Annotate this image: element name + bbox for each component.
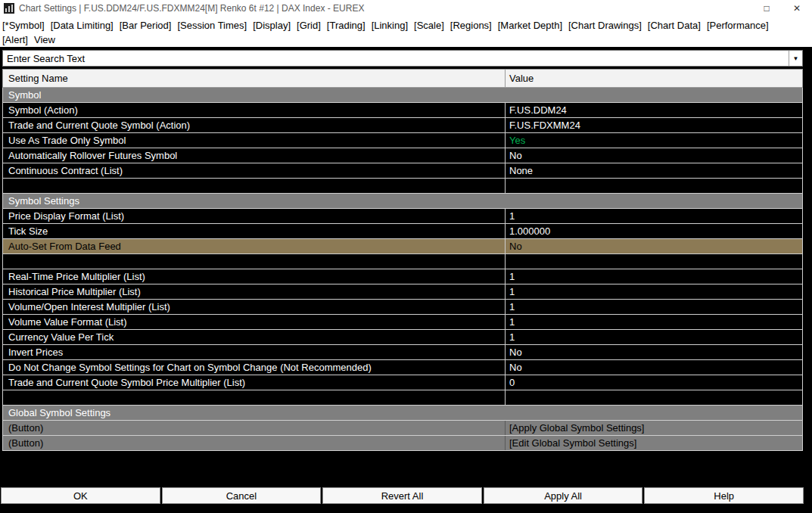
setting-value-cell: Yes <box>506 133 802 148</box>
value-header: Value <box>506 73 802 84</box>
setting-value-cell: 1.000000 <box>506 224 802 238</box>
setting-value-cell: 1 <box>506 209 802 223</box>
setting-value-cell: F.US.DDM24 <box>506 103 802 117</box>
setting-row-use-as-trade-only-symbol[interactable]: Use As Trade Only SymbolYes <box>3 133 802 148</box>
setting-value-cell <box>506 254 802 269</box>
dialog-footer: OKCancelRevert AllApply AllHelp <box>1 487 804 504</box>
setting-name-cell: Trade and Current Quote Symbol (Action) <box>3 118 506 132</box>
setting-value-cell: 1 <box>506 284 802 299</box>
section-header-symbol-settings: Symbol Settings <box>3 194 802 209</box>
title-bar: Chart Settings | F.US.DDM24/F.US.FDXMM24… <box>0 0 812 17</box>
button-row-edit-global-symbol-settings[interactable]: (Button)[Edit Global Symbol Settings] <box>3 436 802 451</box>
section-header-global-symbol-settings: Global Symbol Settings <box>3 406 802 421</box>
section-header-symbol: Symbol <box>3 88 802 103</box>
ok-button[interactable]: OK <box>1 487 160 504</box>
menu-item-symbol[interactable]: [*Symbol] <box>2 20 45 31</box>
spacer-row <box>3 390 802 406</box>
menu-item-scale[interactable]: [Scale] <box>414 20 444 31</box>
setting-name-cell <box>3 254 506 269</box>
setting-row-volume-value-format-list[interactable]: Volume Value Format (List)1 <box>3 315 802 330</box>
setting-name-cell: Real-Time Price Multiplier (List) <box>3 269 506 284</box>
menu-row-1: [*Symbol][Data Limiting][Bar Period][Ses… <box>2 18 812 33</box>
grid-header: Setting Name Value <box>2 69 803 88</box>
setting-row-historical-price-multiplier-list[interactable]: Historical Price Multiplier (List)1 <box>3 284 802 300</box>
menu-item-chart-drawings[interactable]: [Chart Drawings] <box>568 20 642 31</box>
menu-item-grid[interactable]: [Grid] <box>297 20 321 31</box>
revert-all-button[interactable]: Revert All <box>322 487 482 504</box>
setting-value-cell <box>506 179 802 193</box>
setting-row-symbol-action[interactable]: Symbol (Action)F.US.DDM24 <box>3 103 802 118</box>
setting-name-cell <box>3 390 506 405</box>
help-button[interactable]: Help <box>644 487 804 504</box>
setting-value-cell <box>506 194 802 208</box>
setting-value-cell: [Apply Global Symbol Settings] <box>506 421 802 435</box>
setting-name-cell: Do Not Change Symbol Settings for Chart … <box>3 360 506 375</box>
dropdown-arrow-icon[interactable]: ▼ <box>789 51 802 66</box>
setting-row-trade-and-current-quote-symbol-action[interactable]: Trade and Current Quote Symbol (Action)F… <box>3 118 802 133</box>
setting-row-continuous-contract-list[interactable]: Continuous Contract (List)None <box>3 163 802 179</box>
menu-item-data-limiting[interactable]: [Data Limiting] <box>51 20 114 31</box>
setting-value-cell: [Edit Global Symbol Settings] <box>506 436 802 450</box>
setting-row-real-time-price-multiplier-list[interactable]: Real-Time Price Multiplier (List)1 <box>3 269 802 284</box>
menu-item-regions[interactable]: [Regions] <box>450 20 492 31</box>
setting-name-cell: Trade and Current Quote Symbol Price Mul… <box>3 375 506 390</box>
setting-value-cell: F.US.FDXMM24 <box>506 118 802 132</box>
setting-name-cell: Symbol (Action) <box>3 103 506 117</box>
menu-item-trading[interactable]: [Trading] <box>327 20 366 31</box>
setting-name-cell: Historical Price Multiplier (List) <box>3 284 506 299</box>
menu-bar: [*Symbol][Data Limiting][Bar Period][Ses… <box>0 17 812 47</box>
setting-name-cell: Global Symbol Settings <box>3 406 506 420</box>
setting-value-cell: 1 <box>506 300 802 314</box>
menu-item-display[interactable]: [Display] <box>253 20 291 31</box>
setting-value-cell <box>506 390 802 405</box>
menu-item-alert[interactable]: [Alert] <box>2 34 28 45</box>
setting-row-trade-and-current-quote-symbol-price-multiplier-list[interactable]: Trade and Current Quote Symbol Price Mul… <box>3 375 802 390</box>
dialog-content: ▼ Setting Name Value SymbolSymbol (Actio… <box>0 47 812 513</box>
search-input[interactable] <box>3 51 789 66</box>
setting-value-cell <box>506 88 802 102</box>
close-button[interactable]: ✕ <box>782 0 812 17</box>
setting-row-volume-open-interest-multiplier-list[interactable]: Volume/Open Interest Multiplier (List)1 <box>3 300 802 315</box>
setting-row-price-display-format-list[interactable]: Price Display Format (List)1 <box>3 209 802 224</box>
menu-item-bar-period[interactable]: [Bar Period] <box>120 20 172 31</box>
chart-settings-window: { "colors": { "section_header_bg": "#7f7… <box>0 0 812 513</box>
menu-row-2: [Alert]View <box>2 33 812 47</box>
setting-name-cell: Use As Trade Only Symbol <box>3 133 506 148</box>
setting-name-cell: Currency Value Per Tick <box>3 330 506 344</box>
setting-name-cell: Symbol <box>3 88 506 102</box>
app-icon <box>4 3 14 14</box>
cancel-button[interactable]: Cancel <box>162 487 322 504</box>
setting-row-do-not-change-symbol-settings-for-chart-on-symbol-change-not-recommended[interactable]: Do Not Change Symbol Settings for Chart … <box>3 360 802 375</box>
setting-value-cell: No <box>506 148 802 163</box>
menu-item-performance[interactable]: [Performance] <box>707 20 769 31</box>
setting-row-tick-size[interactable]: Tick Size1.000000 <box>3 224 802 239</box>
setting-name-cell: (Button) <box>3 436 506 450</box>
setting-value-cell: No <box>506 239 802 253</box>
setting-value-cell: 1 <box>506 330 802 344</box>
setting-value-cell <box>506 406 802 420</box>
setting-value-cell: No <box>506 360 802 375</box>
menu-item-view[interactable]: View <box>34 34 55 45</box>
setting-row-invert-prices[interactable]: Invert PricesNo <box>3 345 802 360</box>
setting-name-cell <box>3 179 506 193</box>
setting-name-cell: Volume/Open Interest Multiplier (List) <box>3 300 506 314</box>
menu-item-linking[interactable]: [Linking] <box>372 20 408 31</box>
setting-row-currency-value-per-tick[interactable]: Currency Value Per Tick1 <box>3 330 802 345</box>
button-row-apply-global-symbol-settings[interactable]: (Button)[Apply Global Symbol Settings] <box>3 421 802 436</box>
setting-name-cell: Automatically Rollover Futures Symbol <box>3 148 506 163</box>
menu-item-session-times[interactable]: [Session Times] <box>177 20 247 31</box>
setting-name-cell: (Button) <box>3 421 506 435</box>
maximize-button[interactable]: □ <box>751 0 782 17</box>
setting-name-header: Setting Name <box>3 70 506 87</box>
window-title: Chart Settings | F.US.DDM24/F.US.FDXMM24… <box>19 3 751 14</box>
search-combobox: ▼ <box>2 50 803 67</box>
setting-name-cell: Volume Value Format (List) <box>3 315 506 329</box>
setting-row-auto-set-from-data-feed[interactable]: Auto-Set From Data FeedNo <box>3 239 802 254</box>
setting-row-automatically-rollover-futures-symbol[interactable]: Automatically Rollover Futures SymbolNo <box>3 148 802 163</box>
spacer-row <box>3 179 802 194</box>
menu-item-chart-data[interactable]: [Chart Data] <box>648 20 701 31</box>
apply-all-button[interactable]: Apply All <box>484 487 643 504</box>
setting-name-cell: Continuous Contract (List) <box>3 163 506 178</box>
menu-item-market-depth[interactable]: [Market Depth] <box>498 20 562 31</box>
settings-grid: Setting Name Value SymbolSymbol (Action)… <box>2 69 803 451</box>
